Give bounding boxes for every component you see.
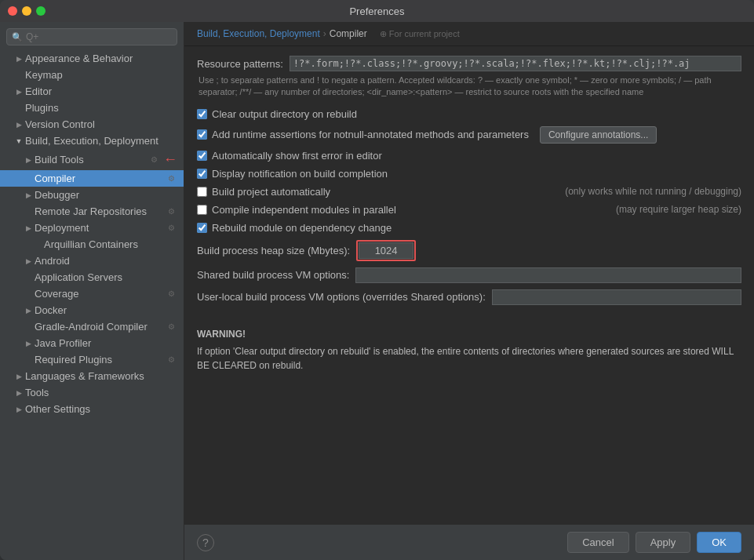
- configure-annotations-button[interactable]: Configure annotations...: [540, 126, 657, 144]
- sidebar-item-label: Gradle-Android Compiler: [35, 321, 165, 333]
- heap-size-row: Build process heap size (Mbytes):: [197, 240, 741, 261]
- sidebar-item-android[interactable]: ▶ Android: [0, 253, 184, 269]
- shared-vm-label: Shared build process VM options:: [197, 269, 349, 281]
- sidebar-item-deployment[interactable]: ▶ Deployment ⚙: [0, 220, 184, 236]
- sidebar-item-label: Plugins: [25, 102, 177, 114]
- sidebar-item-application-servers[interactable]: Application Servers: [0, 269, 184, 285]
- sidebar-item-arquillian[interactable]: Arquillian Containers: [0, 236, 184, 253]
- sidebar-item-label: Editor: [25, 85, 177, 97]
- sidebar-item-label: Tools: [25, 387, 177, 398]
- settings-content: Resource patterns: Use ; to separate pat…: [184, 46, 754, 524]
- hint-text: Use ; to separate patterns and ! to nega…: [197, 75, 741, 99]
- checkbox-runtime-assertions-label: Add runtime assertions for notnull-annot…: [212, 129, 529, 140]
- warning-title: WARNING!: [197, 327, 741, 341]
- sidebar-item-keymap[interactable]: Keymap: [0, 67, 184, 83]
- settings-icon: ⚙: [148, 155, 160, 164]
- minimize-button[interactable]: [22, 6, 31, 16]
- window-controls: [8, 6, 46, 16]
- sidebar-item-label: Android: [35, 255, 177, 267]
- cancel-button[interactable]: Cancel: [567, 532, 628, 553]
- search-bar[interactable]: 🔍: [6, 28, 177, 45]
- sidebar-item-other-settings[interactable]: ▶ Other Settings: [0, 401, 184, 417]
- sidebar-item-label: Appearance & Behavior: [25, 53, 177, 64]
- sidebar-item-build-exec-deploy[interactable]: ▼ Build, Execution, Deployment: [0, 133, 184, 149]
- checkbox-build-auto-note: (only works while not running / debuggin…: [565, 186, 741, 197]
- warning-text: If option 'Clear output directory on reb…: [197, 344, 741, 373]
- checkbox-runtime-assertions: Add runtime assertions for notnull-annot…: [197, 126, 741, 144]
- checkbox-runtime-assertions-input[interactable]: [197, 129, 207, 140]
- heap-size-input[interactable]: [359, 242, 413, 259]
- user-vm-row: User-local build process VM options (ove…: [197, 289, 741, 305]
- settings-icon: ⚙: [165, 322, 177, 331]
- title-bar: Preferences: [0, 0, 754, 22]
- preferences-window: Preferences 🔍 ▶ Appearance & Behavior Ke…: [0, 0, 754, 560]
- sidebar-item-label: Debugger: [35, 189, 177, 201]
- breadcrumb-separator: ›: [323, 28, 326, 39]
- sidebar-item-plugins[interactable]: Plugins: [0, 100, 184, 116]
- checkbox-display-notification-label: Display notification on build completion: [212, 168, 388, 180]
- expand-icon: ▶: [22, 340, 35, 347]
- sidebar-item-label: Arquillian Containers: [44, 238, 177, 250]
- sidebar-item-docker[interactable]: ▶ Docker: [0, 302, 184, 318]
- expand-icon: ▶: [13, 389, 25, 397]
- checkbox-compile-parallel-note: (may require larger heap size): [616, 204, 741, 215]
- sidebar-item-coverage[interactable]: Coverage ⚙: [0, 285, 184, 302]
- sidebar-item-label: Build, Execution, Deployment: [25, 135, 177, 147]
- sidebar-item-gradle-android[interactable]: Gradle-Android Compiler ⚙: [0, 318, 184, 335]
- search-input[interactable]: [26, 31, 172, 42]
- expand-icon: ▶: [22, 257, 35, 265]
- checkbox-display-notification: Display notification on build completion: [197, 168, 741, 180]
- sidebar-item-editor[interactable]: ▶ Editor: [0, 83, 184, 100]
- checkbox-auto-show-error-input[interactable]: [197, 151, 207, 161]
- breadcrumb-project[interactable]: ⊕ For current project: [380, 29, 460, 39]
- sidebar-item-remote-jar[interactable]: Remote Jar Repositories ⚙: [0, 203, 184, 220]
- resource-patterns-input[interactable]: [290, 56, 741, 71]
- sidebar-item-label: Application Servers: [35, 271, 177, 283]
- checkbox-build-auto-label: Build project automatically: [212, 186, 330, 198]
- checkbox-compile-parallel-input[interactable]: [197, 205, 207, 215]
- sidebar-item-build-tools[interactable]: ▶ Build Tools ⚙ ←: [0, 149, 184, 170]
- checkbox-build-auto-input[interactable]: [197, 187, 207, 197]
- expand-icon: ▶: [13, 373, 25, 380]
- sidebar-item-label: Keymap: [25, 69, 177, 81]
- arrow-indicator: ←: [163, 151, 177, 168]
- help-button[interactable]: ?: [197, 534, 214, 551]
- sidebar-item-appearance[interactable]: ▶ Appearance & Behavior: [0, 50, 184, 67]
- warning-box: WARNING! If option 'Clear output directo…: [197, 321, 741, 379]
- checkbox-build-auto: Build project automatically (only works …: [197, 186, 741, 198]
- sidebar-item-debugger[interactable]: ▶ Debugger: [0, 187, 184, 203]
- sidebar-item-label: Build Tools: [35, 154, 148, 165]
- close-button[interactable]: [8, 6, 17, 16]
- sidebar-item-label: Java Profiler: [35, 337, 177, 349]
- resource-patterns-label: Resource patterns:: [197, 58, 283, 70]
- sidebar-item-version-control[interactable]: ▶ Version Control: [0, 116, 184, 133]
- expand-icon: ▶: [13, 88, 25, 96]
- checkbox-display-notification-input[interactable]: [197, 169, 207, 179]
- sidebar-item-label: Other Settings: [25, 403, 177, 415]
- apply-button[interactable]: Apply: [636, 532, 691, 553]
- checkbox-clear-output: Clear output directory on rebuild: [197, 108, 741, 120]
- maximize-button[interactable]: [36, 6, 46, 16]
- sidebar: 🔍 ▶ Appearance & Behavior Keymap ▶ Edito…: [0, 22, 184, 560]
- sidebar-item-java-profiler[interactable]: ▶ Java Profiler: [0, 335, 184, 351]
- sidebar-item-languages[interactable]: ▶ Languages & Frameworks: [0, 368, 184, 384]
- sidebar-item-required-plugins[interactable]: Required Plugins ⚙: [0, 351, 184, 368]
- sidebar-item-label: Required Plugins: [35, 354, 165, 365]
- expand-icon: ▶: [13, 55, 25, 63]
- ok-button[interactable]: OK: [697, 532, 741, 553]
- checkbox-rebuild-dependency-input[interactable]: [197, 223, 207, 233]
- expand-icon: ▶: [22, 191, 35, 199]
- checkbox-rebuild-dependency-label: Rebuild module on dependency change: [212, 222, 392, 234]
- checkbox-clear-output-input[interactable]: [197, 109, 207, 119]
- checkbox-clear-output-label: Clear output directory on rebuild: [212, 108, 357, 120]
- sidebar-item-tools[interactable]: ▶ Tools: [0, 384, 184, 401]
- user-vm-label: User-local build process VM options (ove…: [197, 291, 486, 303]
- expand-icon: ▶: [13, 121, 25, 129]
- sidebar-item-label: Languages & Frameworks: [25, 370, 177, 382]
- breadcrumb-path1[interactable]: Build, Execution, Deployment: [197, 28, 320, 39]
- sidebar-item-compiler[interactable]: Compiler ⚙: [0, 170, 184, 187]
- settings-icon: ⚙: [165, 207, 177, 216]
- user-vm-input[interactable]: [492, 289, 741, 305]
- shared-vm-input[interactable]: [355, 267, 741, 283]
- settings-icon: ⚙: [165, 224, 177, 232]
